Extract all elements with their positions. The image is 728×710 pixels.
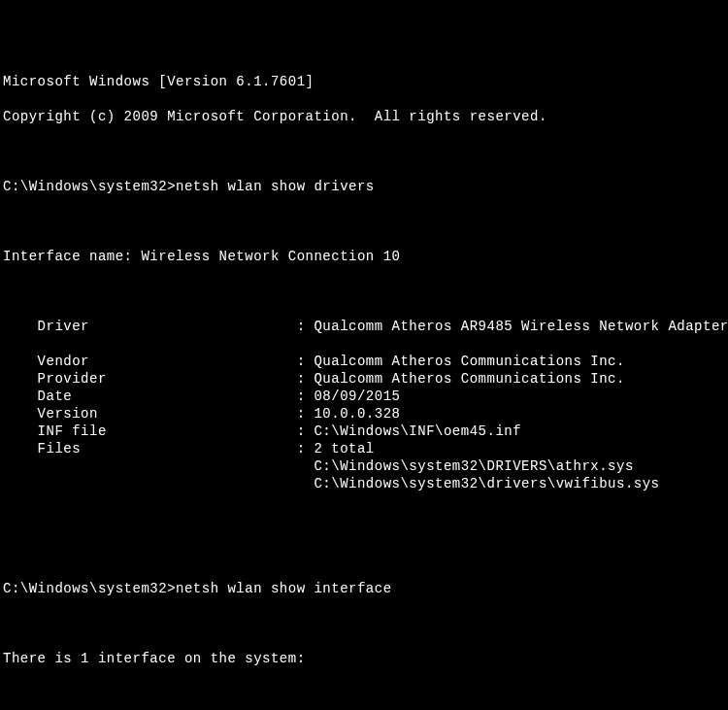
output-row: Provider : Qualcomm Atheros Communicatio… <box>3 370 725 388</box>
prompt-line-1[interactable]: C:\Windows\system32>netsh wlan show driv… <box>3 178 725 195</box>
output-row: Vendor : Qualcomm Atheros Communications… <box>3 353 725 370</box>
blank <box>3 143 725 160</box>
drivers-rows: Driver : Qualcomm Atheros AR9485 Wireles… <box>3 318 725 492</box>
banner-version: Microsoft Windows [Version 6.1.7601] <box>3 73 725 90</box>
interface-count: There is 1 interface on the system: <box>3 650 725 667</box>
prompt: C:\Windows\system32> <box>3 581 176 596</box>
output-row-continuation: C:\Windows\system32\drivers\vwifibus.sys <box>3 475 725 492</box>
blank <box>3 213 725 230</box>
blank <box>3 615 725 632</box>
command-text: netsh wlan show drivers <box>176 179 375 194</box>
command-text: netsh wlan show interface <box>176 581 392 596</box>
blank <box>3 283 725 300</box>
output-row: Version : 10.0.0.328 <box>3 405 725 423</box>
drivers-interface-name: Interface name: Wireless Network Connect… <box>3 248 725 265</box>
banner-copyright: Copyright (c) 2009 Microsoft Corporation… <box>3 108 725 125</box>
prompt-line-2[interactable]: C:\Windows\system32>netsh wlan show inte… <box>3 580 725 597</box>
blank <box>3 335 725 353</box>
output-row: Driver : Qualcomm Atheros AR9485 Wireles… <box>3 318 725 335</box>
blank <box>3 510 725 527</box>
blank <box>3 545 725 562</box>
output-row: Files : 2 total <box>3 440 725 457</box>
prompt: C:\Windows\system32> <box>3 179 176 194</box>
output-row: Date : 08/09/2015 <box>3 388 725 405</box>
blank <box>3 685 725 702</box>
output-row-continuation: C:\Windows\system32\DRIVERS\athrx.sys <box>3 457 725 475</box>
output-row: INF file : C:\Windows\INF\oem45.inf <box>3 423 725 440</box>
